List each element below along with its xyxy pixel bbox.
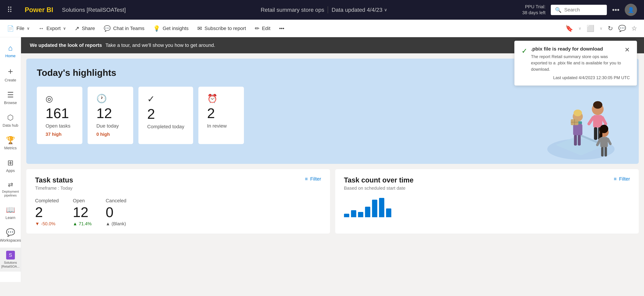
chat-in-teams-button[interactable]: 💬 Chat in Teams <box>104 23 144 34</box>
chart-bar <box>372 200 377 217</box>
top-right-controls: PPU Trial: 38 days left 🔍 ••• 👤 <box>522 4 637 16</box>
more-options-button[interactable]: ••• <box>612 6 620 14</box>
refresh-icon[interactable]: ↻ <box>608 25 613 32</box>
report-title: Retail summary store ops <box>260 7 324 13</box>
card-in-review: ⏰ 2 In review <box>198 87 244 144</box>
card-completed-today: ✓ 2 Completed today <box>138 87 193 144</box>
task-status-panel: Task status Timeframe : Today ≡ Filter C… <box>26 169 330 233</box>
in-review-label: In review <box>207 123 235 129</box>
svg-line-8 <box>589 118 593 124</box>
sidebar-item-apps[interactable]: ⊞ Apps <box>0 155 21 176</box>
workspaces-icon: 💬 <box>6 228 15 237</box>
task-status-columns: Completed 2 ▼ -50.0% Open 12 ▲ 71.4% <box>35 198 321 226</box>
popup-title: .pbix file is ready for download <box>531 46 621 52</box>
chat-in-teams-label: Chat in Teams <box>113 26 144 31</box>
file-menu[interactable]: 📄 File ∨ <box>7 23 30 34</box>
task-count-header: Task count over time Based on scheduled … <box>344 176 630 191</box>
sidebar-item-create[interactable]: + Create <box>0 63 21 86</box>
sidebar-deployment-label: Deploymentpipelines <box>2 190 19 197</box>
edit-icon: ✏ <box>255 25 260 32</box>
edit-label: Edit <box>262 26 270 31</box>
power-bi-logo: Power BI <box>25 6 53 14</box>
completed-number: 2 <box>147 107 184 121</box>
star-icon[interactable]: ☆ <box>632 25 637 32</box>
svg-line-9 <box>602 118 606 124</box>
task-count-chart <box>344 196 630 217</box>
chart-bar <box>386 208 391 217</box>
top-bar: ⠿ Power BI Solutions [RetailSOATest] Ret… <box>0 0 644 20</box>
completed-label: Completed today <box>147 124 184 130</box>
export-label: Export <box>46 26 61 31</box>
chart-bar <box>379 198 384 217</box>
col-open-header: Open <box>73 198 92 203</box>
sidebar-item-deployment[interactable]: ⇄ Deploymentpipelines <box>0 178 21 201</box>
sidebar-solutions-label: Solutions[RetailSOA... <box>1 261 20 268</box>
task-status-filter-button[interactable]: ≡ Filter <box>305 176 321 182</box>
notification-body: Take a tour, and we'll show you how to g… <box>106 43 215 48</box>
subscribe-button[interactable]: ✉ Subscribe to report <box>197 23 246 34</box>
bookmark-icon[interactable]: 🔖 <box>565 25 573 32</box>
insights-icon: 💡 <box>153 25 160 32</box>
task-col-completed: Completed 2 ▼ -50.0% <box>35 198 59 226</box>
sidebar-item-home[interactable]: ⌂ Home <box>0 41 21 61</box>
comments-icon[interactable]: 💬 <box>618 25 626 32</box>
metrics-icon: 🏆 <box>6 136 15 144</box>
subscribe-label: Subscribe to report <box>204 26 246 31</box>
sidebar-item-workspaces[interactable]: 💬 Workspaces <box>0 225 21 246</box>
task-count-title: Task count over time <box>344 176 414 184</box>
file-label: File <box>16 26 24 31</box>
sidebar-item-solutions[interactable]: S Solutions[RetailSOA... <box>0 247 21 272</box>
layout-icon[interactable]: ⬜ <box>586 25 594 32</box>
task-status-titles: Task status Timeframe : Today <box>35 176 73 191</box>
col-open-value: 12 <box>73 205 92 219</box>
task-count-subtitle: Based on scheduled start date <box>344 185 414 191</box>
more-toolbar-icon: ••• <box>279 26 284 31</box>
task-count-filter-button[interactable]: ≡ Filter <box>614 176 630 182</box>
browse-icon: ☰ <box>7 91 14 99</box>
down-arrow-icon: ▼ <box>35 221 40 226</box>
popup-check-icon: ✓ <box>522 47 528 55</box>
data-updated[interactable]: Data updated 4/4/23 ∨ <box>332 7 387 13</box>
due-today-sublabel: 0 high <box>96 132 124 137</box>
home-icon: ⌂ <box>8 44 12 52</box>
task-status-header: Task status Timeframe : Today ≡ Filter <box>35 176 321 191</box>
col-canceled-change: ▲ (Blank) <box>106 221 126 226</box>
notification-popup: ✓ .pbix file is ready for download The r… <box>514 41 637 86</box>
sidebar-item-learn[interactable]: 📖 Learn <box>0 202 21 223</box>
ppu-trial-text: PPU Trial: 38 days left <box>522 4 546 16</box>
more-toolbar-button[interactable]: ••• <box>279 24 284 33</box>
edit-button[interactable]: ✏ Edit <box>255 23 270 34</box>
svg-rect-21 <box>600 129 602 137</box>
completed-icon: ✓ <box>147 94 184 104</box>
export-icon: ↔ <box>38 25 44 32</box>
apps-icon: ⊞ <box>7 158 14 167</box>
export-chevron-icon: ∨ <box>63 26 66 31</box>
share-label: Share <box>82 26 95 31</box>
svg-rect-23 <box>601 147 604 157</box>
task-col-open: Open 12 ▲ 71.4% <box>73 198 92 226</box>
popup-close-button[interactable]: ✕ <box>624 46 630 54</box>
blank-arrow-icon: ▲ <box>106 221 110 226</box>
center-title: Retail summary store ops Data updated 4/… <box>131 6 517 13</box>
due-today-label: Due today <box>96 123 124 129</box>
get-insights-button[interactable]: 💡 Get insights <box>153 23 188 34</box>
open-tasks-number: 161 <box>46 106 74 120</box>
last-updated-text: Last updated 4/4/2023 12:30:05 PM UTC <box>522 75 630 80</box>
popup-body: The report Retail summary store ops was … <box>531 54 621 73</box>
due-today-icon: 🕐 <box>96 94 124 104</box>
export-menu[interactable]: ↔ Export ∨ <box>38 23 66 33</box>
search-input[interactable] <box>564 7 599 13</box>
grid-icon[interactable]: ⠿ <box>7 6 12 14</box>
sidebar-item-metrics[interactable]: 🏆 Metrics <box>0 133 21 154</box>
svg-rect-5 <box>593 115 602 128</box>
chevron-down-icon: ∨ <box>384 7 387 12</box>
teams-icon: 💬 <box>104 25 111 32</box>
search-box[interactable]: 🔍 <box>551 5 607 15</box>
share-button[interactable]: ↗ Share <box>75 23 95 34</box>
task-status-subtitle: Timeframe : Today <box>35 185 73 191</box>
sidebar-item-data-hub[interactable]: ⬡ Data hub <box>0 110 21 131</box>
main-layout: ⌂ Home + Create ☰ Browse ⬡ Data hub 🏆 Me… <box>0 37 644 282</box>
filter-icon: ≡ <box>305 176 308 182</box>
avatar[interactable]: 👤 <box>625 4 637 16</box>
sidebar-item-browse[interactable]: ☰ Browse <box>0 87 21 108</box>
